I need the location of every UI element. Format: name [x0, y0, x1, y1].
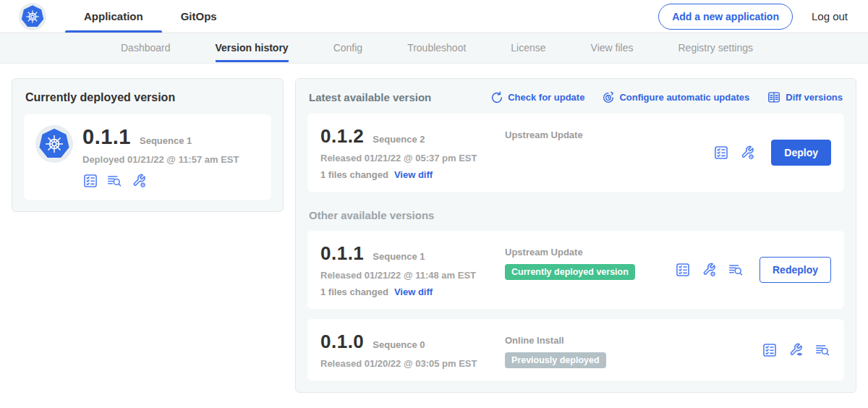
previously-deployed-badge: Previously deployed	[505, 352, 606, 368]
subnav-license-label: License	[511, 42, 545, 60]
view-config-icon[interactable]	[787, 342, 804, 358]
deployed-sequence: Sequence 1	[140, 135, 192, 146]
subnav-config-label: Config	[333, 42, 362, 60]
preflight-checks-icon[interactable]	[675, 262, 691, 278]
schedule-icon	[602, 91, 615, 104]
version-info: 0.1.0 Sequence 0 Released 01/20/22 @ 03:…	[320, 331, 505, 369]
version-actions: Deploy	[713, 140, 831, 166]
subnav-troubleshoot-label: Troubleshoot	[407, 42, 466, 60]
released-timestamp: Released 01/21/22 @ 05:37 pm EST	[320, 153, 505, 163]
released-timestamp: Released 01/21/22 @ 11:48 am EST	[320, 270, 505, 281]
deploy-button[interactable]: Deploy	[771, 140, 831, 166]
header-right: Add a new application Log out	[658, 4, 848, 30]
files-changed: 1 files changed	[320, 286, 388, 297]
subnav-dashboard-label: Dashboard	[121, 42, 171, 60]
source-label: Upstream Update	[505, 247, 675, 258]
configure-updates-label: Configure automatic updates	[619, 92, 749, 103]
tab-gitops[interactable]: GitOps	[162, 0, 236, 33]
logout-button[interactable]: Log out	[812, 10, 848, 22]
version-number: 0.1.2	[320, 125, 364, 148]
version-number: 0.1.0	[320, 331, 364, 353]
other-versions-title: Other available versions	[309, 209, 843, 221]
version-sequence: Sequence 0	[373, 339, 425, 350]
configure-updates-link[interactable]: Configure automatic updates	[602, 91, 749, 104]
version-history-panel: Latest available version Check for updat…	[295, 78, 856, 393]
version-info: 0.1.1 Sequence 1 Released 01/21/22 @ 11:…	[320, 242, 505, 297]
top-header: Application GitOps Add a new application…	[0, 0, 868, 33]
version-source: Online Install Previously deployed	[505, 331, 762, 368]
subnav-tab-troubleshoot[interactable]: Troubleshoot	[406, 33, 467, 63]
version-number: 0.1.1	[320, 242, 364, 265]
version-source: Upstream Update	[505, 125, 713, 140]
preflight-checks-icon[interactable]	[82, 173, 98, 189]
source-label: Upstream Update	[505, 129, 713, 140]
deploy-logs-icon[interactable]	[106, 173, 123, 189]
deployed-version-info: 0.1.1 Sequence 1 Deployed 01/21/22 @ 11:…	[82, 125, 239, 189]
view-diff-link[interactable]: View diff	[394, 169, 433, 180]
tab-application-label: Application	[84, 10, 143, 22]
deployed-actions	[82, 173, 239, 189]
preflight-checks-icon[interactable]	[762, 342, 778, 358]
subnav-tab-view-files[interactable]: View files	[590, 33, 635, 63]
released-timestamp: Released 01/20/22 @ 03:05 pm EST	[320, 358, 505, 369]
panel-actions: Check for update Configure automatic upd…	[490, 90, 843, 104]
deploy-logs-icon[interactable]	[727, 262, 744, 278]
add-application-button[interactable]: Add a new application	[658, 4, 793, 30]
diff-icon	[767, 90, 781, 104]
files-changed: 1 files changed	[320, 169, 388, 180]
version-row-0-1-0: 0.1.0 Sequence 0 Released 01/20/22 @ 03:…	[307, 319, 844, 381]
subnav-tab-config[interactable]: Config	[332, 33, 364, 63]
check-for-update-label: Check for update	[508, 92, 584, 103]
currently-deployed-card: Currently deployed version	[12, 78, 284, 212]
preflight-checks-icon[interactable]	[713, 145, 729, 161]
version-sequence: Sequence 2	[373, 134, 425, 145]
source-label: Online Install	[505, 335, 762, 346]
refresh-icon	[490, 91, 503, 104]
subnav-tab-registry-settings[interactable]: Registry settings	[676, 33, 754, 63]
tab-gitops-label: GitOps	[181, 10, 217, 22]
app-logo	[35, 125, 73, 163]
app-subnav: Dashboard Version history Config Trouble…	[0, 33, 868, 64]
kubernetes-logo	[19, 3, 46, 30]
deployed-version-number: 0.1.1	[82, 125, 131, 149]
edit-config-icon[interactable]	[700, 262, 718, 278]
version-row-0-1-2: 0.1.2 Sequence 2 Released 01/21/22 @ 05:…	[307, 114, 844, 192]
subnav-tab-license[interactable]: License	[509, 33, 547, 63]
version-actions	[762, 342, 831, 358]
deploy-logs-icon[interactable]	[814, 342, 831, 358]
view-diff-link[interactable]: View diff	[394, 286, 433, 297]
diff-versions-link[interactable]: Diff versions	[767, 90, 843, 104]
deployed-timestamp: Deployed 01/21/22 @ 11:57 am EST	[82, 154, 239, 165]
deployed-version-card: 0.1.1 Sequence 1 Deployed 01/21/22 @ 11:…	[24, 114, 271, 200]
edit-config-icon[interactable]	[739, 145, 756, 161]
kots-admin-console: Application GitOps Add a new application…	[0, 0, 868, 408]
subnav-view-files-label: View files	[591, 42, 634, 60]
main-content: Currently deployed version	[0, 64, 868, 407]
version-row-0-1-1: 0.1.1 Sequence 1 Released 01/21/22 @ 11:…	[307, 231, 844, 309]
edit-config-icon[interactable]	[130, 173, 148, 189]
subnav-registry-settings-label: Registry settings	[678, 42, 752, 60]
version-sequence: Sequence 1	[373, 251, 425, 262]
subnav-tab-dashboard[interactable]: Dashboard	[119, 33, 172, 63]
subnav-version-history-label: Version history	[216, 42, 289, 62]
currently-deployed-badge: Currently deployed version	[505, 264, 635, 280]
header-tabs: Application GitOps	[65, 0, 236, 33]
version-info: 0.1.2 Sequence 2 Released 01/21/22 @ 05:…	[320, 125, 505, 180]
latest-version-title: Latest available version	[309, 91, 431, 103]
redeploy-button[interactable]: Redeploy	[760, 257, 831, 283]
version-source: Upstream Update Currently deployed versi…	[505, 242, 675, 280]
diff-versions-label: Diff versions	[786, 92, 843, 103]
currently-deployed-title: Currently deployed version	[25, 91, 271, 104]
tab-application[interactable]: Application	[65, 0, 162, 33]
version-actions: Redeploy	[675, 257, 831, 283]
check-for-update-link[interactable]: Check for update	[490, 91, 584, 104]
latest-version-header: Latest available version Check for updat…	[309, 90, 843, 104]
subnav-tab-version-history[interactable]: Version history	[214, 33, 290, 63]
